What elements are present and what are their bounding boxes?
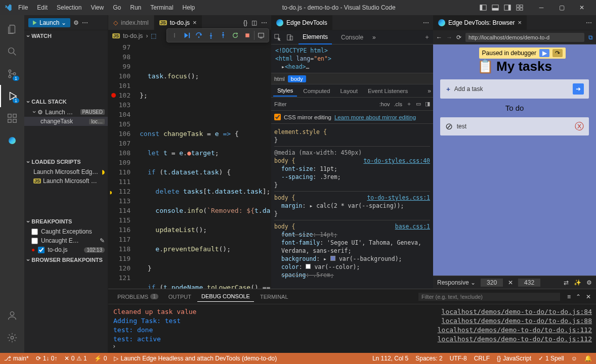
layout-panel-icon[interactable] (491, 3, 500, 12)
bp-uncaught-check[interactable] (31, 238, 38, 244)
check-circle-icon[interactable]: ⊘ (445, 121, 453, 132)
sb-bell-icon[interactable]: 🔔 (584, 355, 592, 362)
continue-icon[interactable] (181, 30, 192, 41)
sb-spell[interactable]: ✓ 1 Spell (538, 355, 564, 362)
panel-tab-terminal[interactable]: TERMINAL (256, 292, 292, 302)
sb-problems[interactable]: ✕ 0 ⚠ 1 (64, 355, 87, 362)
more-icon[interactable]: ⋯ (82, 19, 88, 26)
step-into-icon[interactable] (205, 30, 217, 41)
menu-run[interactable]: Run (126, 2, 145, 13)
menu-go[interactable]: Go (109, 2, 125, 13)
devtools-open-icon[interactable]: ⧉ (588, 34, 593, 41)
add-tab-icon[interactable]: ＋ (424, 33, 430, 41)
run-debug-icon[interactable]: 1 (0, 85, 24, 107)
menu-terminal[interactable]: Terminal (146, 2, 177, 13)
layout-secondary-icon[interactable] (503, 3, 512, 12)
hov-toggle[interactable]: :hov (379, 101, 390, 107)
console-filter-input[interactable]: Filter (e.g. text, !exclude) (418, 293, 560, 301)
sb-launch[interactable]: ▷ Launch Edge Headless and attach DevToo… (114, 355, 277, 362)
menu-view[interactable]: View (87, 2, 108, 13)
task-item[interactable]: ⊘ test ⓧ (440, 117, 589, 135)
css-rules[interactable]: element.style { } @media (max-width: 450… (271, 124, 433, 289)
tab-edge-browser[interactable]: Edge DevTools: Browser× (433, 15, 527, 30)
bp-caught[interactable]: Caught Exceptions (24, 227, 108, 236)
restart-icon[interactable] (230, 30, 241, 41)
close-button[interactable]: ✕ (572, 1, 592, 15)
clear-console-icon[interactable]: ≡ (567, 293, 571, 300)
events-tab[interactable]: Event Listeners (364, 86, 412, 96)
sb-encoding[interactable]: UTF-8 (450, 355, 467, 362)
styles-tab[interactable]: Styles (273, 85, 297, 97)
height-input[interactable] (518, 279, 540, 287)
debug-toolbar[interactable]: ⁞ (166, 28, 269, 42)
expand-tabs-icon[interactable]: » (428, 87, 431, 95)
reload-icon[interactable]: ⟳ (456, 34, 461, 41)
panel-tab-debug-console[interactable]: DEBUG CONSOLE (197, 291, 254, 302)
wand-icon[interactable]: ✨ (574, 279, 581, 286)
bp-file[interactable]: ●to-do.js102:13 (24, 245, 108, 254)
sb-cursor[interactable]: Ln 112, Col 5 (372, 355, 408, 362)
menu-edit[interactable]: Edit (33, 2, 52, 13)
layout-primary-icon[interactable] (479, 3, 488, 12)
step-over-icon[interactable] (193, 30, 204, 41)
braces-icon[interactable]: {} (243, 19, 247, 26)
computed-tab[interactable]: Computed (299, 86, 334, 96)
callstack-frame[interactable]: changeTask loc… (24, 117, 108, 126)
expand-tabs-icon[interactable]: » (372, 34, 376, 41)
collapse-icon[interactable]: ⌃ (576, 293, 581, 300)
maximize-button[interactable]: ▢ (551, 1, 572, 15)
sb-feedback-icon[interactable]: ☺ (571, 355, 577, 362)
cls-toggle[interactable]: .cls (394, 101, 403, 107)
width-input[interactable] (481, 279, 503, 287)
launch-config-dropdown[interactable]: Launch ⌄ (28, 18, 70, 27)
close-icon[interactable]: × (518, 19, 522, 26)
rotate-icon[interactable]: ⇄ (564, 279, 569, 286)
sb-ports[interactable]: ⚡ 0 (94, 355, 107, 362)
url-bar[interactable]: http://localhost/demos/demo-to-d (465, 33, 584, 42)
stop-icon[interactable] (242, 30, 253, 41)
edge-tools-icon[interactable] (0, 129, 24, 152)
sb-sync[interactable]: ⟳ 1↓ 0↑ (36, 355, 58, 362)
src-link[interactable]: base.css:1 (395, 222, 430, 231)
layout-customize-icon[interactable] (515, 3, 524, 12)
forward-icon[interactable]: → (446, 34, 452, 41)
browser-page[interactable]: Paused in debugger ▶ ↷ 📋My tasks ＋ Add a… (433, 44, 596, 276)
more-icon[interactable]: ⋯ (261, 19, 267, 26)
console-sources[interactable]: localhost/demos/demo-to-do/to-do.js:84 l… (429, 304, 596, 343)
browser-bp-section[interactable]: BROWSER BREAKPOINTS (24, 254, 108, 265)
loaded-script-a[interactable]: Launch Microsoft Edg…◗ (24, 167, 108, 176)
back-icon[interactable]: ← (436, 34, 442, 41)
watch-section[interactable]: WATCH (24, 30, 108, 41)
console-output[interactable]: Cleaned up task value Adding Task: test … (108, 304, 429, 343)
devtools-tab-elements[interactable]: Elements (299, 30, 332, 44)
sb-spaces[interactable]: Spaces: 2 (415, 355, 442, 362)
settings-gear-icon[interactable] (0, 327, 24, 349)
drag-handle-icon[interactable]: ⁞ (169, 30, 180, 41)
gear-icon[interactable]: ⚙ (586, 279, 592, 286)
minimize-button[interactable]: ─ (531, 1, 551, 15)
loaded-scripts-section[interactable]: LOADED SCRIPTS (24, 156, 108, 167)
tab-todo[interactable]: JSto-do.js× (154, 15, 202, 30)
menu-help[interactable]: Help (179, 2, 199, 13)
code-content[interactable]: task.focus(); }; const changeTask = e =>… (137, 41, 271, 289)
explorer-icon[interactable] (0, 18, 24, 40)
layout-tab[interactable]: Layout (336, 86, 362, 96)
search-icon[interactable] (0, 40, 24, 63)
more-icon[interactable]: ⋯ (423, 19, 429, 26)
device-toggle-icon[interactable] (286, 34, 293, 41)
close-icon[interactable]: × (193, 19, 197, 26)
tab-edge-devtools[interactable]: Edge DevTools (271, 15, 333, 30)
breakpoints-section[interactable]: BREAKPOINTS (24, 216, 108, 227)
bp-caught-check[interactable] (31, 229, 38, 235)
dom-tree[interactable]: <!DOCTYPE html> <html lang="en"> ▸<head>… (271, 44, 433, 73)
callstack-thread[interactable]: ⚙ Launch … PAUSED (24, 107, 108, 117)
src-link[interactable]: to-do-styles.css:1 (367, 194, 430, 202)
sb-eol[interactable]: CRLF (474, 355, 490, 362)
mirror-learn-link[interactable]: Learn more about mirror editing (334, 114, 416, 120)
add-task-input[interactable]: ＋ Add a task ➜ (440, 79, 589, 99)
tab-index[interactable]: ◇index.html (108, 15, 154, 30)
dom-breadcrumb[interactable]: html body (271, 73, 433, 84)
source-control-icon[interactable]: 1 (0, 63, 24, 85)
close-panel-icon[interactable]: ✕ (586, 293, 591, 300)
line-gutter[interactable]: 979899100101 102 10310410510610710810911… (108, 41, 137, 289)
